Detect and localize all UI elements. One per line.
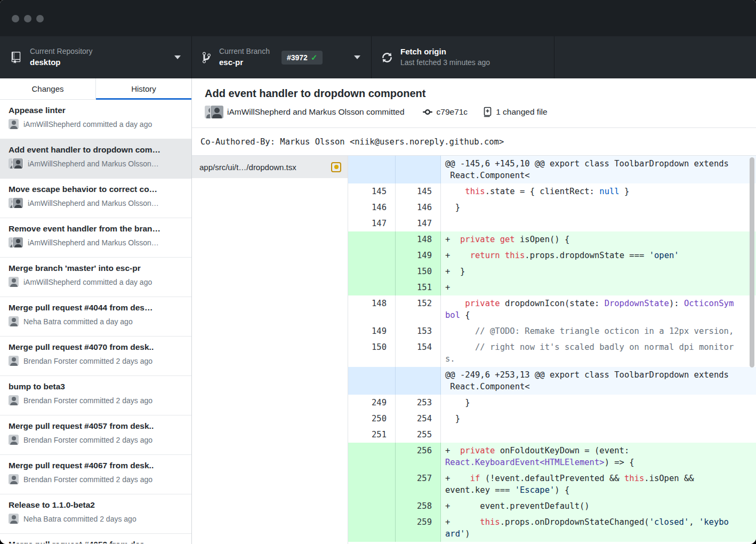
diff-scrollbar-thumb[interactable] — [750, 157, 754, 367]
diff-line: 150154 // right now it's scaled badly on… — [348, 339, 756, 367]
commit-item-title: Merge pull request #4057 from desk.. — [9, 421, 184, 431]
old-line-number: 249 — [348, 395, 396, 411]
diff-line: 146146 } — [348, 199, 756, 215]
old-line-number: 146 — [348, 199, 396, 215]
commit-item-title: Merge pull request #4067 from desk.. — [9, 461, 184, 470]
old-line-number — [348, 279, 396, 295]
old-line-number — [348, 231, 396, 247]
diff-line: 250254 } — [348, 411, 756, 427]
avatar — [9, 277, 19, 287]
commit-item-byline: Neha Batra committed a day ago — [23, 317, 133, 326]
fetch-origin-sublabel: Last fetched 3 minutes ago — [400, 58, 490, 68]
commit-history-list: Appease linteriAmWillShepherd committed … — [0, 100, 191, 543]
commit-list-item[interactable]: Merge pull request #4052 from des… — [0, 534, 191, 543]
commit-byline: iAmWillShepherd and Markus Olsson commit… — [227, 107, 405, 117]
tab-changes[interactable]: Changes — [0, 78, 96, 99]
diff-line: 145145 this.state = { clientRect: null } — [348, 183, 756, 199]
old-line-number — [348, 443, 396, 470]
old-line-number: 147 — [348, 215, 396, 231]
diff-line: 149153 // @TODO: Remake triangle octicon… — [348, 323, 756, 339]
commit-item-title: Merge pull request #4052 from des… — [9, 540, 184, 543]
commit-item-byline: Brendan Forster committed 2 days ago — [23, 475, 152, 484]
commit-item-title: Release to 1.1.0-beta2 — [9, 500, 184, 510]
new-line-number: 151 — [396, 279, 441, 295]
titlebar — [0, 0, 756, 36]
old-line-number: 145 — [348, 183, 396, 199]
diff-line: 249253 } — [348, 395, 756, 411]
old-line-number — [348, 470, 396, 498]
diff-hunk-header: @@ -145,6 +145,10 @@ export class Toolba… — [348, 156, 756, 183]
avatar — [9, 474, 19, 484]
tab-history[interactable]: History — [96, 78, 191, 99]
new-line-number: 146 — [396, 199, 441, 215]
commit-summary: Add event handler to dropdown component … — [192, 78, 756, 128]
commit-list-item[interactable]: Appease linteriAmWillShepherd committed … — [0, 100, 191, 139]
commit-title: Add event handler to dropdown component — [205, 87, 743, 100]
new-line-number: 148 — [396, 231, 441, 247]
old-line-number: 149 — [348, 323, 396, 339]
commit-item-title: Move escape behavior to correct co… — [9, 185, 184, 194]
fetch-origin-button[interactable]: Fetch origin Last fetched 3 minutes ago — [372, 36, 554, 78]
commit-list-item[interactable]: Remove event handler from the bran…iAmWi… — [0, 218, 191, 258]
old-line-number — [348, 498, 396, 514]
pr-status-badge: #3972 ✓ — [282, 51, 323, 65]
current-branch-button[interactable]: Current Branch esc-pr #3972 ✓ — [192, 36, 372, 78]
old-line-number: 148 — [348, 295, 396, 323]
commit-list-item[interactable]: Merge pull request #4070 from desk..Bren… — [0, 337, 191, 376]
avatar — [9, 435, 19, 445]
commit-item-byline: Brendan Forster committed 2 days ago — [23, 357, 152, 365]
avatar — [9, 514, 19, 524]
new-line-number: 253 — [396, 395, 441, 411]
old-line-number — [348, 156, 396, 183]
traffic-lights[interactable] — [12, 15, 44, 22]
old-line-number — [348, 367, 396, 395]
diff-hunk-header: @@ -249,6 +253,13 @@ export class Toolba… — [348, 367, 756, 395]
avatar — [9, 395, 19, 405]
zoom-window-icon[interactable] — [36, 15, 44, 22]
commit-list-item[interactable]: bump to beta3Brendan Forster committed 2… — [0, 376, 191, 415]
new-line-number — [396, 367, 441, 395]
commit-item-byline: iAmWillShepherd and Markus Olsson… — [28, 199, 159, 207]
old-line-number — [348, 247, 396, 263]
old-line-number: 250 — [348, 411, 396, 427]
avatar — [211, 106, 223, 118]
avatar — [9, 119, 19, 129]
file-item-dropdown-tsx[interactable]: app/src/ui/t…/dropdown.tsx — [192, 156, 348, 178]
avatar — [9, 316, 19, 326]
current-repository-value: desktop — [30, 58, 93, 68]
commit-item-byline: iAmWillShepherd committed a day ago — [23, 120, 152, 129]
fetch-origin-label: Fetch origin — [400, 47, 490, 57]
old-line-number — [348, 263, 396, 279]
commit-list-item[interactable]: Add event handler to dropdown com…iAmWil… — [0, 139, 191, 179]
commit-item-byline: Neha Batra committed 2 days ago — [23, 515, 136, 523]
minimize-window-icon[interactable] — [24, 15, 31, 22]
commit-list-item[interactable]: Move escape behavior to correct co…iAmWi… — [0, 179, 191, 218]
chevron-down-icon — [174, 55, 181, 59]
commit-list-item[interactable]: Merge pull request #4057 from desk..Bren… — [0, 415, 191, 455]
avatar — [9, 356, 19, 366]
commit-item-byline: iAmWillShepherd and Markus Olsson… — [28, 159, 159, 168]
diff-line: 148+ private get isOpen() { — [348, 231, 756, 247]
new-line-number: 149 — [396, 247, 441, 263]
git-commit-icon — [423, 107, 432, 117]
commit-description: Co-Authored-By: Markus Olsson <niik@user… — [192, 128, 756, 156]
toolbar-spacer — [554, 36, 756, 78]
commit-list-item[interactable]: Release to 1.1.0-beta2Neha Batra committ… — [0, 494, 191, 534]
diff-line: 147147 — [348, 215, 756, 231]
new-line-number: 255 — [396, 427, 441, 443]
commit-list-item[interactable]: Merge branch 'master' into esc-priAmWill… — [0, 258, 191, 297]
avatar — [9, 198, 23, 208]
current-branch-value: esc-pr — [219, 58, 270, 68]
repo-icon — [11, 52, 21, 63]
diff-line: 149+ return this.props.dropdownState ===… — [348, 247, 756, 263]
commit-list-item[interactable]: Merge pull request #4044 from des…Neha B… — [0, 297, 191, 337]
close-window-icon[interactable] — [12, 15, 19, 22]
sync-icon — [382, 51, 392, 64]
modified-file-icon — [331, 162, 341, 172]
new-line-number: 154 — [396, 339, 441, 367]
current-repository-button[interactable]: Current Repository desktop — [0, 36, 192, 78]
diff-line: 150+ } — [348, 263, 756, 279]
file-path: app/src/ui/t…/dropdown.tsx — [199, 163, 331, 172]
commit-list-item[interactable]: Merge pull request #4067 from desk..Bren… — [0, 455, 191, 494]
sidebar-tabbar: Changes History — [0, 78, 191, 100]
